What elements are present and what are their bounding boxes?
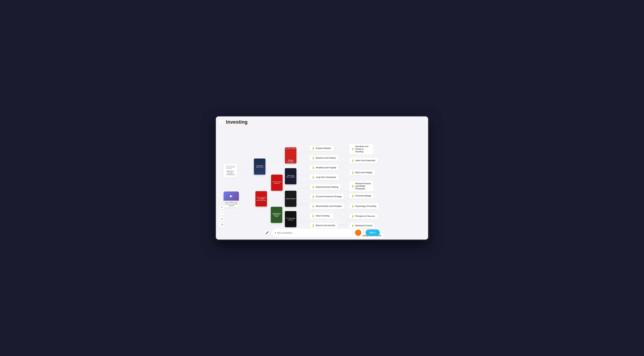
topic-icon: 💡 — [312, 224, 314, 227]
topic-principles-success[interactable]: 💡 Principles for Success — [349, 213, 377, 219]
psychology-money-book[interactable]: The Psychology of Money — [285, 211, 296, 228]
topic-rational-decision[interactable]: 💡 Rational Decision-Making — [310, 184, 341, 190]
topic-icon: 💡 — [312, 157, 314, 159]
app-window: ‹ Investing .conn { stroke: #bbb; stroke… — [215, 115, 429, 241]
topic-label: Index Fund Superiority — [355, 159, 375, 162]
warren-buffett-way-book[interactable]: THE WARREN BUFFETT WAY — [254, 159, 266, 175]
input-container: → — [272, 228, 364, 237]
bridgewater-doc-label: Bridgewater - Ray Dalio - Principles.pdf — [225, 170, 236, 176]
topic-label: Principles for Success — [355, 215, 375, 218]
topic-personal-finance[interactable]: 💡 Personal Finance and Wealth Philosophy — [349, 181, 374, 192]
topic-icon: 💡 — [312, 215, 314, 217]
topic-label: Simplicity and Frugality — [316, 166, 336, 169]
topic-ethics-integrity[interactable]: 💡 Ethics and Integrity — [349, 170, 375, 175]
cover-subtitle: Beatingthe Street — [286, 159, 296, 163]
send-button[interactable]: → — [355, 230, 361, 236]
topic-label: Practical Wisdom — [316, 147, 331, 150]
random-walk-cover: A RANDOM WALK DOWN WALL STREET — [271, 207, 282, 223]
peter-lynch-cover: Beatingthe Street — [285, 147, 296, 163]
topic-research-analysis[interactable]: 💡 Research and Analysis — [310, 155, 338, 161]
intelligent-investor-book[interactable]: THE INTELLIGENT INVESTOR — [271, 175, 282, 191]
topic-focused-investment[interactable]: 💡 Focused Investment Strategy — [310, 194, 344, 199]
topic-icon: 💡 — [312, 176, 314, 178]
topic-behavioral-finance[interactable]: 💡 Behavioral Finance — [349, 223, 375, 229]
mic-button[interactable]: 🎤 — [264, 230, 270, 236]
zoom-in-button[interactable]: + — [219, 205, 224, 210]
intelligent-investor-cover: THE INTELLIGENT INVESTOR — [271, 175, 282, 191]
topic-icon: 💡 — [312, 147, 314, 149]
video-thumbnail: ▶ — [224, 191, 239, 201]
topic-index-fund[interactable]: 💡 Index Fund Superiority — [349, 158, 378, 163]
topic-icon: 💡 — [352, 185, 354, 187]
topic-label: Personal Finance and Wealth Philosophy — [355, 182, 371, 190]
warren-video-node[interactable]: ▶ Warren Buffett's Best Advice on Succes… — [224, 191, 239, 208]
topic-icon: 💡 — [312, 205, 314, 207]
bottom-bar: 🎤 → Add + — [216, 228, 428, 237]
topic-simplicity-frugality[interactable]: 💡 Simplicity and Frugality — [310, 165, 339, 170]
topic-label: Role of Luck and Risk — [316, 224, 335, 227]
topic-icon: 💡 — [352, 205, 354, 207]
topic-icon: 💡 — [352, 215, 354, 217]
topic-role-luck-risk[interactable]: 💡 Role of Luck and Risk — [310, 223, 338, 228]
doc-lines — [226, 166, 235, 169]
topic-value-investing[interactable]: 💡 Value Investing — [310, 213, 334, 219]
topic-label: Long-Term Perspective — [316, 176, 336, 179]
topic-icon: 💡 — [312, 166, 314, 169]
app-inner: ‹ Investing .conn { stroke: #bbb; stroke… — [216, 116, 428, 240]
zoom-controls: + − ⤢ ↗ — [219, 205, 224, 227]
one-up-cover: ONE UP ON WALL STREET — [285, 168, 296, 184]
cover-title: SEEKING WISDOM — [286, 198, 296, 199]
topic-label: Behavioral Finance — [355, 224, 372, 227]
fit-button[interactable]: ⤢ — [219, 216, 224, 222]
topic-label: Value Investing — [316, 215, 329, 217]
doc-line — [226, 166, 235, 166]
warren-buffett-way-cover: THE WARREN BUFFETT WAY — [254, 159, 266, 175]
ask-input[interactable] — [274, 231, 354, 234]
topic-label: Ethics and Integrity — [355, 171, 372, 174]
cover-title: THE INTELLIGENT INVESTOR — [272, 181, 282, 184]
topic-label: Focused Investment Strategy — [316, 195, 342, 198]
cover-title: ONE UP ON WALL STREET — [286, 175, 296, 178]
seeking-wisdom-book[interactable]: SEEKING WISDOM — [285, 191, 296, 208]
seeking-wisdom-cover: SEEKING WISDOM — [285, 191, 296, 207]
back-button[interactable]: ‹ — [219, 119, 224, 125]
canvas-area: .conn { stroke: #bbb; stroke-width: 1; f… — [216, 127, 428, 240]
topic-long-term[interactable]: 💡 Long-Term Perspective — [310, 174, 339, 180]
cover-title: A RANDOM WALK DOWN WALL STREET — [272, 213, 282, 217]
back-icon: ‹ — [221, 121, 222, 123]
psychology-money-cover: The Psychology of Money — [285, 211, 296, 227]
warren-video-label: Warren Buffett's Best Advice on Successf… — [224, 201, 239, 208]
doc-line — [226, 167, 235, 168]
topic-practical-wisdom[interactable]: 💡 Practical Wisdom — [310, 146, 334, 151]
common-sense-book[interactable]: THE LITTLE BOOK OF COMMON SENSE INVESTIN… — [256, 191, 267, 207]
peter-lynch-book[interactable]: Beatingthe Street — [285, 147, 296, 164]
cover-title: The Psychology of Money — [286, 218, 296, 221]
topic-icon: 💡 — [352, 195, 354, 197]
topic-psychology-investing[interactable]: 💡 Psychology of Investing — [349, 203, 379, 209]
topic-icon: 💡 — [352, 224, 354, 227]
topic-mental-models[interactable]: 💡 Mental Models and Principles — [310, 203, 344, 209]
page-title: Investing — [226, 119, 248, 125]
topic-label: Financial Strategy — [355, 195, 371, 197]
topic-label: Rational Decision-Making — [316, 186, 338, 188]
zoom-out-button[interactable]: − — [219, 210, 224, 216]
common-sense-cover: THE LITTLE BOOK OF COMMON SENSE INVESTIN… — [256, 191, 267, 207]
random-walk-book[interactable]: A RANDOM WALK DOWN WALL STREET — [271, 207, 282, 224]
topic-icon: 💡 — [312, 186, 314, 188]
one-up-book[interactable]: ONE UP ON WALL STREET — [285, 168, 296, 185]
bridgewater-doc-node[interactable]: Bridgewater - Ray Dalio - Principles.pdf — [224, 164, 237, 178]
topic-icon: 💡 — [352, 159, 354, 162]
add-button[interactable]: Add + — [366, 230, 380, 236]
share-button[interactable]: ↗ — [219, 222, 224, 227]
topic-icon: 💡 — [352, 148, 354, 150]
header: ‹ Investing — [216, 116, 428, 127]
topic-label: Mental Models and Principles — [316, 205, 342, 208]
topic-icon: 💡 — [312, 195, 314, 198]
cover-title: THE LITTLE BOOK OF COMMON SENSE INVESTIN… — [256, 197, 266, 201]
doc-line — [226, 168, 232, 169]
topic-financial-strategy[interactable]: 💡 Financial Strategy — [349, 193, 374, 199]
topic-label: Psychology of Investing — [355, 205, 376, 208]
topic-label: Research and Analysis — [316, 157, 336, 159]
topic-icon: 💡 — [352, 171, 354, 174]
topic-narratives-stories[interactable]: 💡 Narratives and Stories in Investing — [349, 144, 374, 155]
